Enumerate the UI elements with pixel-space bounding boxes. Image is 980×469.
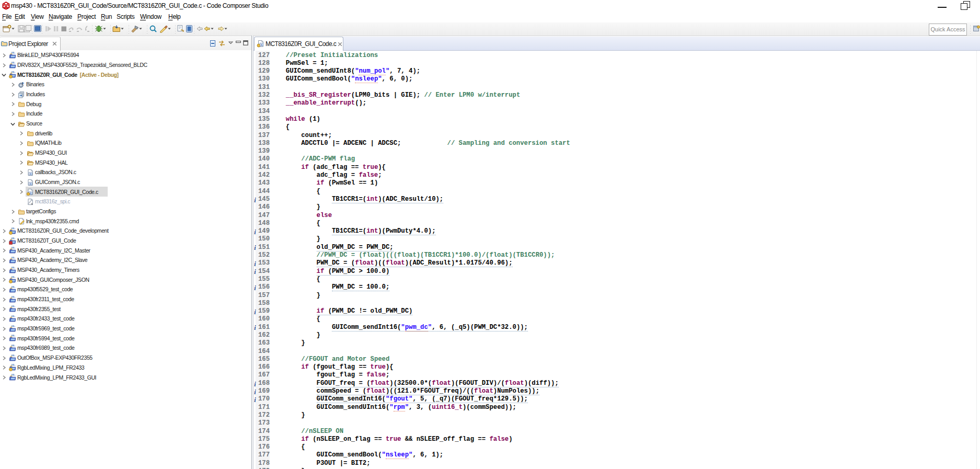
svg-text:c: c	[30, 172, 31, 175]
svg-text:c: c	[261, 43, 262, 46]
svg-text:c: c	[30, 182, 31, 185]
svg-text:c: c	[30, 192, 31, 195]
